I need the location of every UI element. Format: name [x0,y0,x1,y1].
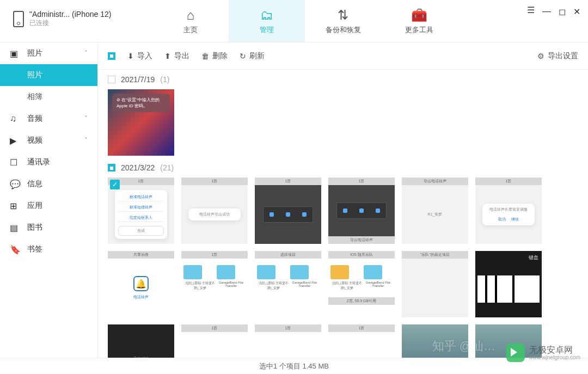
chevron-down-icon: ˅ [84,137,88,144]
chevron-down-icon: ˅ [84,115,88,122]
photo-thumb[interactable]: 1首 [181,324,248,358]
photo-thumb[interactable]: "乐队"的最近项目 [402,251,468,317]
photo-thumb[interactable]: 1首 [328,324,395,358]
photo-thumb[interactable]: ⊘ 在"设置"中输入您的 Apple ID 密码。 [108,89,174,156]
music-icon: ♫ [10,114,22,124]
photo-thumb[interactable]: 1首 [255,177,321,244]
photo-thumb[interactable]: 选择项目 沈阳_(原唱:王靖雯不胖)_安梦GarageBand File Tra… [255,251,321,317]
photo-thumb[interactable]: 1首 导出电话铃声 [328,177,395,244]
apps-icon: ⊞ [10,201,22,211]
bookmark-icon: 🔖 [10,244,22,255]
phone-icon [13,11,24,27]
maximize-button[interactable]: ◻ [559,7,566,17]
photo-thumb[interactable]: 键盘 [475,251,542,317]
play-icon: ▶ [10,136,22,146]
sidebar-sub-albums[interactable]: 相簿 [0,86,97,108]
date-header[interactable]: 2021/3/22 (21) [108,163,578,172]
sidebar: ▣ 照片 ˄ 照片 相簿 ♫ 音频 ˅ ▶ 视频 ˅ ☐ 通讯录 💬 信息 ⊞ … [0,42,98,358]
menu-button[interactable]: ☰ [527,7,535,14]
logo-icon [506,344,525,362]
date-checkbox[interactable] [108,164,115,171]
select-all-checkbox[interactable] [108,52,115,60]
device-info: "Administr... (iPhone 12) 已连接 [0,0,152,42]
sidebar-video[interactable]: ▶ 视频 ˅ [0,130,97,151]
folder-icon: 🗂 [260,8,273,23]
refresh-button[interactable]: ↻刷新 [240,51,265,61]
message-icon: 💬 [10,179,22,189]
sidebar-apps[interactable]: ⊞ 应用 [0,195,97,217]
status-bar: 选中1 个项目 1.45 MB [0,358,588,374]
import-button[interactable]: ⬇导入 [127,51,152,61]
sidebar-bookmarks[interactable]: 🔖 书签 [0,238,97,260]
image-icon: ▣ [10,48,22,59]
nav-tools[interactable]: 🧰 更多工具 [381,0,457,42]
nav-backup[interactable]: ⇅ 备份和恢复 [305,0,381,42]
import-icon: ⬇ [127,52,134,60]
selection-status: 选中1 个项目 1.45 MB [259,361,329,371]
home-icon: ⌂ [187,8,195,23]
site-watermark: 无极安卓网 www.wjnetgroup.com [506,344,580,362]
nav-manage[interactable]: 🗂 管理 [229,0,305,42]
photo-thumb[interactable]: 1首 沈阳_(原唱:王靖雯不胖)_安梦GarageBand File Trans… [181,251,248,317]
backup-icon: ⇅ [338,8,348,23]
photo-thumb[interactable]: 1首 电话铃声长度需要调整取消继续 [475,177,542,244]
refresh-icon: ↻ [240,52,246,60]
device-name: "Administr... (iPhone 12) [29,10,111,19]
toolbar: ⬇导入 ⬆导出 🗑删除 ↻刷新 ⚙导出设置 [98,42,588,70]
device-status: 已连接 [29,19,111,28]
photo-thumb[interactable] [402,324,468,358]
export-settings-button[interactable]: ⚙导出设置 [537,51,578,61]
date-checkbox[interactable] [108,76,115,83]
photo-thumb[interactable]: 共享乐曲 🔔电话铃声 [108,251,174,317]
gallery[interactable]: 2021/7/19 (1) ⊘ 在"设置"中输入您的 Apple ID 密码。 … [98,70,588,358]
date-header[interactable]: 2021/7/19 (1) [108,75,578,84]
gear-icon: ⚙ [537,52,544,60]
sidebar-contacts[interactable]: ☐ 通讯录 [0,151,97,173]
sidebar-sub-photos[interactable]: 照片 [0,64,97,86]
sidebar-books[interactable]: ▤ 图书 [0,217,97,238]
minimize-button[interactable]: — [542,7,551,16]
photo-thumb[interactable]: Tutorial [108,324,174,358]
close-button[interactable]: ✕ [573,7,580,17]
photo-thumb[interactable]: 导出电话铃声 R1_安梦 [402,177,468,244]
contact-icon: ☐ [10,157,22,168]
sidebar-photos[interactable]: ▣ 照片 ˄ [0,42,97,64]
sidebar-messages[interactable]: 💬 信息 [0,173,97,195]
toolbox-icon: 🧰 [411,8,427,23]
export-button[interactable]: ⬆导出 [164,51,189,61]
photo-thumb[interactable]: 1首 [255,324,321,358]
photo-thumb[interactable]: 1首 电话铃声导出成功 [181,177,248,244]
chevron-up-icon: ˄ [84,50,88,57]
book-icon: ▤ [10,223,22,233]
export-icon: ⬆ [164,52,171,60]
nav-home[interactable]: ⌂ 主页 [152,0,229,42]
trash-icon: 🗑 [201,52,209,60]
delete-button[interactable]: 🗑删除 [201,51,228,61]
photo-thumb[interactable]: 1首 标准电话铃声 标准短信铃声 指定给联系人 完成 [108,177,174,244]
photo-thumb[interactable]: iOS 随库乐队 沈阳_(原唱:王靖雯不胖)_安梦GarageBand File… [328,251,395,317]
sidebar-audio[interactable]: ♫ 音频 ˅ [0,108,97,130]
